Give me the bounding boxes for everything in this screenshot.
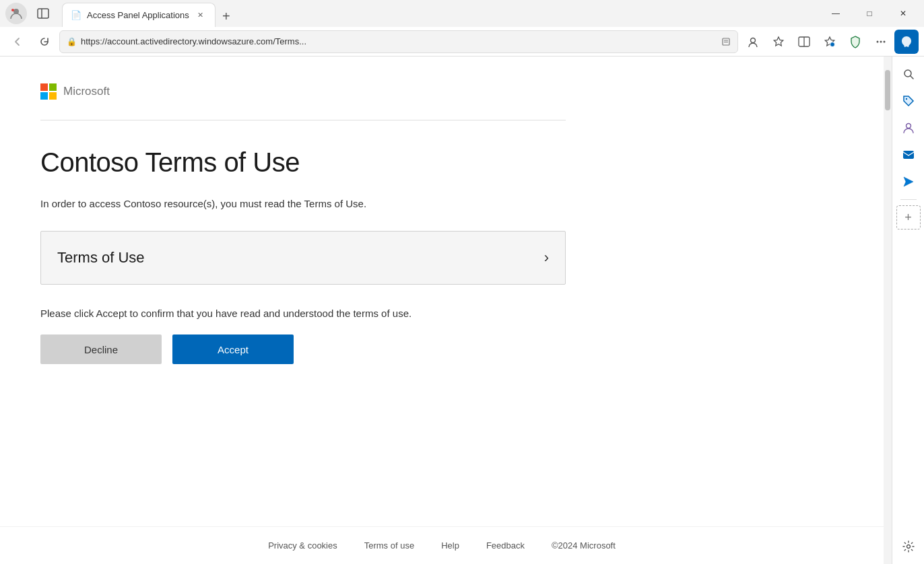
- read-aloud-btn[interactable]: [741, 30, 765, 54]
- svg-rect-18: [903, 151, 914, 159]
- tab-favicon: 📄: [71, 10, 81, 21]
- svg-point-12: [880, 40, 882, 42]
- sidebar-outlook-btn[interactable]: [896, 143, 921, 167]
- title-bar: 📄 Access Panel Applications ✕ + — □ ✕: [0, 0, 924, 27]
- profile-icon[interactable]: [5, 3, 27, 24]
- terms-box-title: Terms of Use: [57, 249, 544, 267]
- copyright-text: ©2024 Microsoft: [552, 540, 616, 551]
- maximize-button[interactable]: □: [854, 3, 885, 24]
- new-tab-button[interactable]: +: [216, 5, 237, 27]
- decline-button[interactable]: Decline: [40, 334, 162, 364]
- logo-square-green: [49, 83, 57, 91]
- help-link[interactable]: Help: [441, 540, 459, 551]
- browser-content: Microsoft Contoso Terms of Use In order …: [0, 57, 924, 564]
- address-bar[interactable]: 🔒 https://account.activedirectory.window…: [59, 30, 738, 53]
- right-sidebar: +: [892, 57, 924, 564]
- logo-square-blue: [40, 92, 48, 100]
- svg-point-11: [877, 40, 879, 42]
- logo-separator: [40, 120, 566, 120]
- back-button[interactable]: [5, 30, 30, 54]
- page-inner: Microsoft Contoso Terms of Use In order …: [0, 57, 606, 526]
- page-title: Contoso Terms of Use: [40, 147, 566, 178]
- tab-title: Access Panel Applications: [87, 10, 189, 20]
- terms-of-use-link[interactable]: Terms of use: [364, 540, 414, 551]
- svg-point-19: [906, 545, 910, 549]
- svg-point-10: [830, 42, 835, 46]
- svg-point-1: [11, 9, 14, 11]
- page-subtitle: In order to access Contoso resource(s), …: [40, 197, 566, 212]
- sidebar-toggle-btn[interactable]: [32, 3, 54, 24]
- ms-logo-grid: [40, 83, 57, 100]
- tabs-area: 📄 Access Panel Applications ✕ +: [62, 0, 815, 27]
- scroll-thumb[interactable]: [885, 70, 890, 110]
- tab-close-btn[interactable]: ✕: [195, 9, 207, 22]
- sidebar-send-btn[interactable]: [896, 170, 921, 194]
- confirm-text: Please click Accept to confirm that you …: [40, 306, 566, 322]
- sidebar-person-btn[interactable]: [896, 116, 921, 140]
- nav-bar: 🔒 https://account.activedirectory.window…: [0, 27, 924, 57]
- ms-logo-text: Microsoft: [63, 85, 110, 98]
- window-controls: — □ ✕: [820, 3, 919, 24]
- svg-rect-2: [38, 9, 48, 18]
- sidebar-add-btn[interactable]: +: [896, 205, 921, 230]
- refresh-button[interactable]: [32, 30, 57, 54]
- reader-icon: [721, 37, 731, 46]
- minimize-button[interactable]: —: [820, 3, 851, 24]
- svg-point-7: [751, 38, 756, 42]
- terms-of-use-box[interactable]: Terms of Use ›: [40, 231, 566, 285]
- action-buttons: Decline Accept: [40, 334, 566, 364]
- svg-point-17: [906, 124, 911, 129]
- url-display: https://account.activedirectory.windowsa…: [81, 36, 717, 46]
- svg-line-15: [911, 76, 913, 79]
- page-content: Microsoft Contoso Terms of Use In order …: [0, 57, 884, 564]
- feedback-link[interactable]: Feedback: [486, 540, 525, 551]
- scroll-bar[interactable]: [884, 57, 892, 564]
- sidebar-search-btn[interactable]: [896, 62, 921, 86]
- svg-point-16: [905, 98, 906, 100]
- privacy-link[interactable]: Privacy & cookies: [268, 540, 337, 551]
- sidebar-settings-btn[interactable]: [896, 534, 921, 559]
- lock-icon: 🔒: [67, 37, 77, 46]
- close-button[interactable]: ✕: [888, 3, 919, 24]
- microsoft-logo: Microsoft: [40, 83, 566, 100]
- sidebar-divider: [900, 199, 917, 200]
- more-options-btn[interactable]: [869, 30, 893, 54]
- accept-button[interactable]: Accept: [172, 334, 294, 364]
- logo-square-yellow: [49, 92, 57, 100]
- sidebar-tag-btn[interactable]: [896, 89, 921, 113]
- copilot-button[interactable]: [894, 30, 919, 54]
- nav-actions: [741, 30, 919, 54]
- shield-icon[interactable]: [843, 30, 867, 54]
- terms-box-arrow-icon: ›: [544, 249, 549, 267]
- favorites-collection-btn[interactable]: [818, 30, 842, 54]
- svg-point-13: [884, 40, 886, 42]
- page-footer: Privacy & cookies Terms of use Help Feed…: [0, 526, 884, 564]
- favorites-btn[interactable]: [766, 30, 791, 54]
- logo-square-red: [40, 83, 48, 91]
- split-view-btn[interactable]: [792, 30, 816, 54]
- active-tab[interactable]: 📄 Access Panel Applications ✕: [62, 3, 216, 27]
